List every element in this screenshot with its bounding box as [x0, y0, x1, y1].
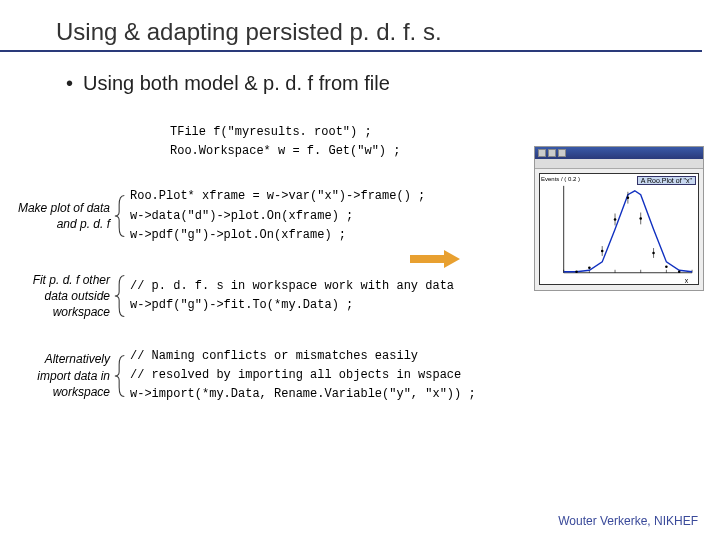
- label-make-plot: Make plot of data and p. d. f: [10, 200, 110, 232]
- plot-window: A Roo.Plot of "x" Events / ( 0.2 ): [534, 146, 704, 291]
- label-import: Alternatively import data in workspace: [10, 351, 110, 400]
- label-fit-pdf: Fit p. d. f other data outside workspace: [10, 272, 110, 321]
- brace-icon: [110, 271, 130, 321]
- plot-canvas: A Roo.Plot of "x" Events / ( 0.2 ): [539, 173, 699, 285]
- section-import: Alternatively import data in workspace /…: [0, 347, 720, 405]
- brace-icon: [110, 191, 130, 241]
- bullet-main: Using both model & p. d. f from file: [0, 52, 720, 95]
- brace-icon: [110, 351, 130, 401]
- plot-svg: x: [540, 174, 698, 285]
- svg-point-16: [678, 270, 681, 273]
- svg-point-9: [588, 267, 591, 270]
- window-max-icon: [548, 149, 556, 157]
- page-title: Using & adapting persisted p. d. f. s.: [0, 0, 702, 52]
- plot-titlebar: [535, 147, 703, 159]
- window-min-icon: [538, 149, 546, 157]
- plot-errorbars: [602, 192, 653, 258]
- svg-point-15: [665, 266, 668, 269]
- footer-credit: Wouter Verkerke, NIKHEF: [558, 514, 698, 528]
- window-close-icon: [558, 149, 566, 157]
- arrow-icon: [410, 250, 460, 272]
- code-import: // Naming conflicts or mismatches easily…: [130, 347, 720, 405]
- plot-toolbar: [535, 159, 703, 169]
- plot-xlabel: x: [685, 277, 689, 284]
- plot-points: [575, 196, 680, 273]
- svg-point-8: [575, 270, 578, 273]
